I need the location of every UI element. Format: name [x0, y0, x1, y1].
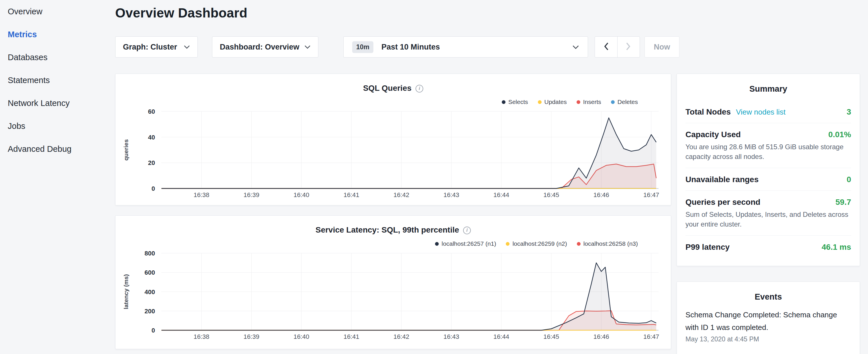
sidebar-item-databases[interactable]: Databases	[0, 46, 107, 69]
event-text: Schema Change Completed: Schema change w…	[685, 309, 851, 334]
summary-description: You are using 28.6 MiB of 515.9 GiB usab…	[685, 142, 851, 162]
svg-text:16:41: 16:41	[344, 191, 359, 198]
summary-panel: Summary Total NodesView nodes list3Capac…	[677, 74, 860, 266]
svg-text:16:40: 16:40	[293, 191, 309, 198]
svg-text:16:39: 16:39	[244, 191, 259, 198]
sql-queries-chart[interactable]: 020406016:3816:3916:4016:4116:4216:4316:…	[116, 74, 671, 204]
chevron-down-icon	[304, 45, 311, 49]
time-pager	[595, 36, 640, 58]
now-button[interactable]: Now	[645, 36, 679, 58]
chevron-down-icon	[184, 45, 190, 49]
svg-text:16:42: 16:42	[394, 333, 409, 340]
summary-value: 0.01%	[829, 130, 851, 139]
svg-text:800: 800	[145, 250, 155, 257]
sql-queries-chart-panel: SQL Queries SelectsUpdatesInsertsDeletes…	[115, 74, 671, 205]
svg-text:queries: queries	[123, 139, 129, 161]
summary-row: Total NodesView nodes list3	[685, 100, 851, 123]
svg-text:16:40: 16:40	[293, 333, 309, 340]
summary-row: Queries per second59.7Sum of Selects, Up…	[685, 190, 851, 235]
svg-text:60: 60	[148, 108, 155, 115]
summary-title: Summary	[677, 74, 860, 100]
svg-text:16:44: 16:44	[493, 333, 509, 340]
svg-text:16:46: 16:46	[593, 333, 609, 340]
svg-text:0: 0	[152, 185, 155, 192]
sidebar-item-jobs[interactable]: Jobs	[0, 115, 107, 137]
svg-text:16:38: 16:38	[193, 333, 209, 340]
summary-label: Total Nodes	[685, 107, 731, 117]
service-latency-chart[interactable]: 020040060080016:3816:3916:4016:4116:4216…	[116, 216, 671, 346]
svg-text:16:45: 16:45	[543, 191, 559, 198]
summary-row: Unavailable ranges0	[685, 168, 851, 190]
events-panel: Events Schema Change Completed: Schema c…	[677, 282, 860, 354]
summary-label: Unavailable ranges	[685, 175, 758, 184]
summary-label: Capacity Used	[685, 130, 741, 139]
view-nodes-list-link[interactable]: View nodes list	[736, 108, 785, 117]
sidebar-item-overview[interactable]: Overview	[0, 0, 107, 23]
sidebar-item-metrics[interactable]: Metrics	[0, 23, 107, 46]
summary-description: Sum of Selects, Updates, Inserts, and De…	[685, 210, 851, 229]
svg-text:16:46: 16:46	[593, 191, 609, 198]
svg-text:16:41: 16:41	[344, 333, 359, 340]
summary-label: P99 latency	[685, 243, 730, 252]
events-title: Events	[677, 282, 860, 309]
svg-text:16:47: 16:47	[643, 333, 659, 340]
service-latency-chart-panel: Service Latency: SQL, 99th percentile lo…	[115, 215, 671, 349]
page-title: Overview Dashboard	[115, 5, 247, 21]
svg-text:16:47: 16:47	[643, 191, 659, 198]
svg-text:0: 0	[152, 327, 155, 334]
svg-text:16:38: 16:38	[193, 191, 209, 198]
graph-dropdown-label: Graph: Cluster	[123, 43, 177, 52]
next-range-button[interactable]	[617, 36, 640, 58]
summary-value: 46.1 ms	[822, 243, 851, 252]
svg-text:16:43: 16:43	[443, 333, 459, 340]
chevron-left-icon	[603, 42, 609, 52]
time-range-dropdown[interactable]: 10m Past 10 Minutes	[343, 36, 588, 58]
sidebar: OverviewMetricsDatabasesStatementsNetwor…	[0, 0, 107, 354]
event-timestamp: May 13, 2020 at 4:45 PM	[685, 335, 851, 343]
summary-row: P99 latency46.1 ms	[685, 235, 851, 258]
svg-text:16:43: 16:43	[443, 191, 459, 198]
summary-value: 0	[846, 175, 851, 184]
sidebar-item-statements[interactable]: Statements	[0, 69, 107, 92]
summary-row: Capacity Used0.01%You are using 28.6 MiB…	[685, 123, 851, 168]
summary-label: Queries per second	[685, 198, 760, 207]
event-item[interactable]: Schema Change Completed: Schema change w…	[685, 309, 851, 343]
summary-value: 59.7	[836, 198, 851, 207]
chevron-down-icon	[572, 45, 579, 49]
svg-text:latency (ms): latency (ms)	[123, 274, 129, 309]
svg-text:40: 40	[148, 134, 155, 141]
svg-text:600: 600	[145, 269, 155, 276]
sidebar-item-network-latency[interactable]: Network Latency	[0, 92, 107, 115]
svg-text:16:45: 16:45	[543, 333, 559, 340]
previous-range-button[interactable]	[595, 36, 618, 58]
chevron-right-icon	[626, 42, 631, 52]
now-button-label: Now	[654, 43, 670, 52]
svg-text:400: 400	[145, 288, 155, 296]
svg-text:16:39: 16:39	[244, 333, 259, 340]
sidebar-item-advanced-debug[interactable]: Advanced Debug	[0, 137, 107, 160]
svg-text:16:42: 16:42	[394, 191, 409, 198]
svg-text:16:44: 16:44	[493, 191, 509, 198]
dashboard-dropdown-label: Dashboard: Overview	[220, 43, 300, 52]
svg-text:20: 20	[148, 159, 155, 166]
svg-text:200: 200	[145, 308, 155, 315]
time-range-badge: 10m	[352, 41, 373, 53]
summary-value: 3	[846, 107, 851, 117]
time-range-label: Past 10 Minutes	[381, 43, 440, 52]
dashboard-dropdown[interactable]: Dashboard: Overview	[212, 36, 318, 58]
graph-dropdown[interactable]: Graph: Cluster	[115, 36, 198, 58]
